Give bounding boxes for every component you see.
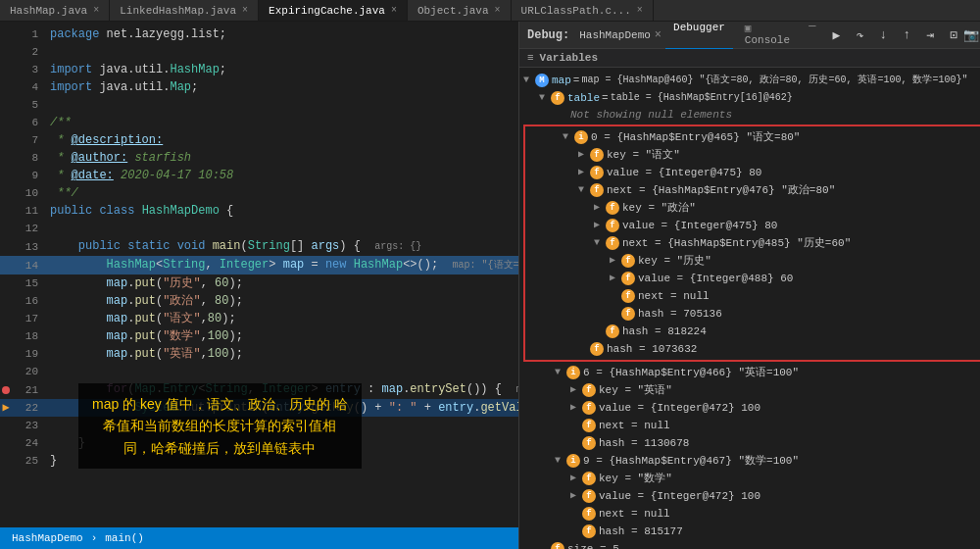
- entry6-hash: f hash = 1130678: [519, 434, 980, 452]
- close-icon[interactable]: ×: [242, 5, 248, 16]
- entry9-key-label: key = "数学": [599, 471, 672, 486]
- next2-value: ▶ f value = {Integer@488} 60: [527, 270, 980, 287]
- close-icon[interactable]: ×: [637, 5, 643, 16]
- status-file: HashMapDemo: [12, 532, 83, 544]
- tab-expiringcache[interactable]: ExpiringCache.java ×: [259, 0, 408, 21]
- debug-panel: Debug: HashMapDemo × Debugger ▣ Console …: [519, 22, 980, 549]
- annotation-box: map 的 key 值中，语文、政治、历史的 哈 希值和当前数组的长度计算的索引…: [78, 383, 362, 469]
- map-value: map = {HashMap@460} "{语文=80, 政治=80, 历史=6…: [581, 73, 967, 88]
- next2[interactable]: ▼ f next = {HashMap$Entry@485} "历史=60": [527, 234, 980, 252]
- code-line-13: 13 public static void main(String[] args…: [0, 237, 518, 256]
- expand-map[interactable]: ▼: [523, 73, 535, 88]
- tab-label: HashMap.java: [10, 5, 87, 17]
- entry0-value: ▶ f value = {Integer@475} 80: [527, 164, 980, 181]
- close-icon[interactable]: ×: [391, 5, 397, 16]
- tab-urlclasspath[interactable]: URLClassPath.c... ×: [512, 0, 654, 21]
- tab-console[interactable]: ▣ Console: [737, 20, 801, 50]
- expand-next[interactable]: ▼: [578, 182, 590, 198]
- expand-entry9[interactable]: ▼: [555, 453, 566, 469]
- hash-818224: f hash = 818224: [527, 323, 980, 340]
- entry-0[interactable]: ▼ i 0 = {HashMap$Entry@465} "语文=80": [527, 128, 980, 146]
- entry0-icon: i: [574, 130, 588, 144]
- code-panel: 1 package net.lazyegg.list; 2 3 import j…: [0, 22, 519, 549]
- entry0-key-label: key = "语文": [607, 147, 680, 163]
- code-line-4: 4 import java.util.Map;: [0, 78, 518, 96]
- next-value: ▶ f value = {Integer@475} 80: [527, 217, 980, 234]
- camera-button[interactable]: 📷: [963, 26, 980, 44]
- expand-entry0[interactable]: ▼: [563, 129, 574, 145]
- code-line-3: 3 import java.util.HashMap;: [0, 61, 518, 78]
- entry0-key: ▶ f key = "语文": [527, 146, 980, 164]
- hash3-label: hash = 1073632: [607, 341, 697, 357]
- evaluate-button[interactable]: ⊡: [946, 26, 963, 44]
- entry9-key: ▶ f key = "数学": [519, 470, 980, 487]
- entry9-icon: i: [566, 454, 580, 468]
- entry6-icon: i: [566, 366, 580, 379]
- entry0-label: 0 = {HashMap$Entry@465} "语文=80": [591, 129, 800, 145]
- variables-label: Variables: [540, 52, 598, 64]
- debug-title: Debug:: [527, 28, 569, 42]
- code-line-9: 9 * @date: 2020-04-17 10:58: [0, 167, 518, 184]
- code-line-19: 19 map.put("英语",100);: [0, 345, 518, 363]
- var-map[interactable]: ▼ M map = map = {HashMap@460} "{语文=80, 政…: [519, 72, 980, 89]
- tab-object[interactable]: Object.java ×: [408, 0, 512, 21]
- hash-1073632: f hash = 1073632: [527, 340, 980, 358]
- entry9-value-label: value = {Integer@472} 100: [599, 488, 760, 504]
- tab-debugger[interactable]: Debugger: [665, 20, 733, 50]
- code-line-5: 5: [0, 96, 518, 114]
- entry9-null-label: next = null: [599, 506, 670, 522]
- next-icon: f: [590, 183, 604, 197]
- tab-label: Object.java: [417, 5, 489, 17]
- entry6-key: ▶ f key = "英语": [519, 381, 980, 399]
- next2-icon: f: [606, 236, 619, 250]
- expand-next2[interactable]: ▼: [594, 235, 606, 251]
- entry0-next[interactable]: ▼ f next = {HashMap$Entry@476} "政治=80": [527, 181, 980, 199]
- hash3-icon: f: [590, 342, 604, 356]
- entry-6[interactable]: ▼ i 6 = {HashMap$Entry@466} "英语=100": [519, 364, 980, 381]
- variables-panel[interactable]: ▼ M map = map = {HashMap@460} "{语文=80, 政…: [519, 68, 980, 549]
- tab-linkedhashmap[interactable]: LinkedHashMap.java ×: [110, 0, 259, 21]
- variables-header: ≡ Variables: [519, 49, 980, 68]
- next-key-icon: f: [606, 201, 619, 215]
- code-line-12: 12: [0, 220, 518, 237]
- step-into-button[interactable]: ↓: [875, 26, 893, 44]
- entry6-label: 6 = {HashMap$Entry@466} "英语=100": [583, 365, 799, 380]
- hash-collision-section: ▼ i 0 = {HashMap$Entry@465} "语文=80" ▶ f …: [523, 125, 980, 362]
- expand-table[interactable]: ▼: [539, 90, 551, 106]
- next2-label: next = {HashMap$Entry@485} "历史=60": [622, 235, 851, 251]
- hash2-label: hash = 818224: [622, 324, 707, 339]
- resume-button[interactable]: ▶: [828, 26, 846, 44]
- step-over-button[interactable]: ↷: [852, 26, 869, 44]
- step-out-button[interactable]: ↑: [899, 26, 916, 44]
- next2-null: f next = null: [527, 287, 980, 305]
- next-label: next = {HashMap$Entry@476} "政治=80": [607, 182, 835, 198]
- code-line-14: 14 HashMap<String, Integer> map = new Ha…: [0, 256, 518, 274]
- value-icon: f: [590, 166, 604, 179]
- next-key: ▶ f key = "政治": [527, 199, 980, 217]
- tab-bar: HashMap.java × LinkedHashMap.java × Expi…: [0, 0, 980, 22]
- close-icon[interactable]: ×: [93, 5, 99, 16]
- entry6-null-label: next = null: [599, 418, 670, 433]
- next-key-label: key = "政治": [622, 200, 696, 216]
- code-line-2: 2: [0, 43, 518, 61]
- code-line-11: 11 public class HashMapDemo {: [0, 202, 518, 220]
- tab-label: LinkedHashMap.java: [120, 5, 236, 17]
- next2-key-icon: f: [621, 254, 635, 268]
- code-line-17: 17 map.put("语文",80);: [0, 310, 518, 327]
- debug-file: HashMapDemo: [579, 29, 651, 41]
- entry6-hash-label: hash = 1130678: [599, 435, 689, 451]
- close-icon[interactable]: ×: [495, 5, 501, 16]
- debug-actions: ▶ ↷ ↓ ↑ ⇥ ⊡: [828, 26, 963, 44]
- var-size: f size = 5: [519, 540, 980, 549]
- next2-value-label: value = {Integer@488} 60: [638, 271, 793, 286]
- var-table[interactable]: ▼ f table = table = {HashMap$Entry[16]@4…: [519, 89, 980, 107]
- hash1-icon: f: [621, 307, 635, 321]
- code-area: 1 package net.lazyegg.list; 2 3 import j…: [0, 22, 518, 527]
- tab-hashmap[interactable]: HashMap.java ×: [0, 0, 110, 21]
- code-line-16: 16 map.put("政治", 80);: [0, 292, 518, 310]
- run-to-cursor-button[interactable]: ⇥: [922, 26, 940, 44]
- null-info: Not showing null elements: [519, 107, 980, 123]
- entry-9[interactable]: ▼ i 9 = {HashMap$Entry@467} "数学=100": [519, 452, 980, 470]
- tab-label: ExpiringCache.java: [269, 5, 385, 17]
- expand-entry6[interactable]: ▼: [555, 365, 566, 380]
